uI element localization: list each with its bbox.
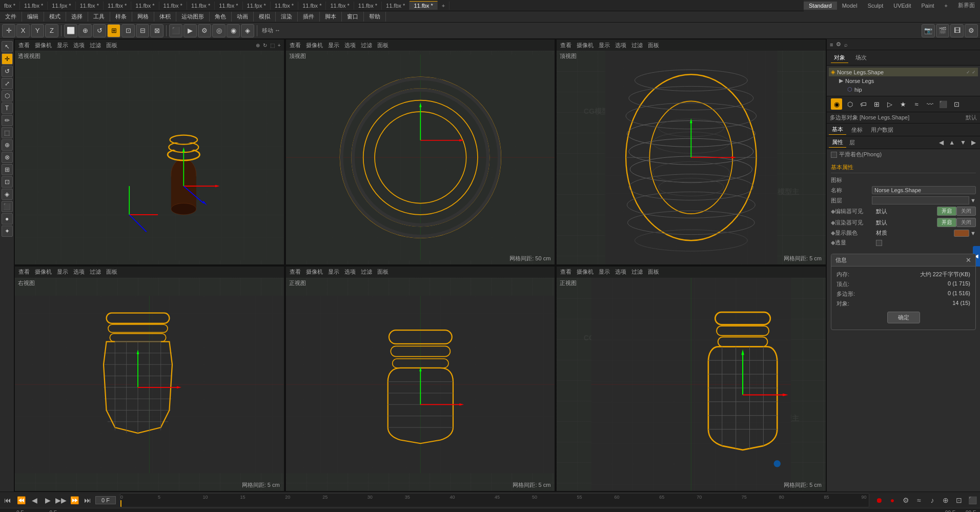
current-frame-input[interactable] — [95, 496, 116, 504]
viewport-perspective[interactable]: 查看 摄像机 显示 选项 过滤 面板 ⊕ ↻ ⬚ + 透视视图 CG模型主 CG… — [14, 39, 284, 265]
nav-back[interactable]: ◀ — [937, 138, 946, 147]
viewport-front-right[interactable]: 查看 摄像机 显示 选项 过滤 面板 顶视图 网格间距: 5 cm CG模型主 … — [556, 39, 826, 265]
rp-icon-material[interactable]: ⬡ — [844, 98, 855, 110]
file-tab-15[interactable]: 11.fbx * — [410, 1, 437, 10]
tl-btn-record[interactable]: ⏮ — [2, 495, 13, 506]
toolbar-select[interactable]: ⬜ — [64, 24, 77, 37]
props-tab-userdata[interactable]: 用户数据 — [868, 125, 896, 135]
vp-top-filter[interactable]: 过滤 — [359, 41, 374, 50]
nav-forward[interactable]: ▶ — [969, 138, 978, 147]
tl-sound-btn[interactable]: ♪ — [927, 495, 938, 506]
vp-fr-view[interactable]: 查看 — [559, 41, 573, 50]
toolbar-render2[interactable]: ▶ — [183, 24, 197, 37]
tool-9[interactable]: ⊕ — [2, 139, 13, 151]
menu-item-16[interactable]: 帮助 — [364, 12, 386, 22]
toolbar-render6[interactable]: ◈ — [241, 24, 254, 37]
tool-10[interactable]: ⊗ — [2, 152, 13, 163]
color-dropdown-arrow[interactable]: ▼ — [970, 230, 976, 236]
nav-down[interactable]: ▼ — [958, 138, 968, 147]
vp-right-panel[interactable]: 面板 — [105, 268, 119, 276]
toolbar-cam1[interactable]: 📷 — [922, 24, 935, 37]
layer-dropdown[interactable] — [872, 196, 969, 204]
vp-top-display[interactable]: 显示 — [326, 41, 341, 50]
rp-icon-cloth[interactable]: ≈ — [911, 98, 922, 110]
menu-item-14[interactable]: 脚本 — [320, 12, 342, 22]
file-tab-3[interactable]: 11.fbx * — [76, 2, 104, 10]
viewport-right[interactable]: 查看 摄像机 显示 选项 过滤 面板 右视图 网格间距: 5 cm CG模型主 … — [14, 266, 284, 492]
vp-fr-display[interactable]: 显示 — [597, 41, 611, 50]
file-tab-16[interactable]: + — [438, 2, 450, 10]
toggle-editor-on[interactable]: 开启 — [937, 207, 956, 216]
toolbar-render3[interactable]: ⚙ — [198, 24, 211, 37]
toolbar-tool1[interactable]: ⊡ — [121, 24, 135, 37]
tool-15[interactable]: ● — [2, 213, 13, 224]
vp-top-panel[interactable]: 面板 — [376, 41, 390, 50]
vp-fr-filter[interactable]: 过滤 — [630, 41, 644, 50]
menu-item-11[interactable]: 模拟 — [254, 12, 276, 22]
vp-top-camera[interactable]: 摄像机 — [304, 41, 324, 50]
file-tab-7[interactable]: 11.fbx * — [187, 2, 215, 10]
vp-btn-camera[interactable]: 摄像机 — [33, 41, 53, 50]
menu-item-12[interactable]: 渲染 — [276, 12, 298, 22]
toolbar-scale[interactable]: ⊞ — [107, 24, 120, 37]
vp-br-filter[interactable]: 过滤 — [630, 268, 644, 276]
tl-btn-next-key[interactable]: ⏩ — [69, 495, 80, 506]
tool-12[interactable]: ⊡ — [2, 176, 13, 188]
rp-icon-search-btn[interactable]: ⌕ — [843, 40, 849, 49]
viewport-top[interactable]: 查看 摄像机 显示 选项 过滤 面板 顶视图 网格间距: 50 cm CG模型主… — [285, 39, 556, 265]
layout-tab-2[interactable]: Sculpt — [863, 2, 889, 10]
vp-top-view[interactable]: 查看 — [288, 41, 302, 50]
tool-14[interactable]: ⬛ — [2, 201, 13, 212]
vp-btn-panel[interactable]: 面板 — [105, 41, 119, 50]
rp-tab-object[interactable]: 对象 — [831, 53, 848, 63]
vp-btn-display[interactable]: 显示 — [55, 41, 70, 50]
viewport-bottom-right[interactable]: 查看 摄像机 显示 选项 过滤 面板 正视图 网格间距: 5 cm CG模型主 … — [556, 266, 826, 492]
menu-item-0[interactable]: 文件 — [0, 12, 22, 22]
vp-br-view[interactable]: 查看 — [559, 268, 573, 276]
viewport-front[interactable]: 查看 摄像机 显示 选项 过滤 面板 正视图 网格间距: 5 cm CG模型主 … — [285, 266, 556, 492]
toolbar-tool3[interactable]: ⊠ — [150, 24, 164, 37]
toolbar-cam4[interactable]: ⚙ — [965, 24, 978, 37]
tool-6[interactable]: T — [2, 103, 13, 114]
toolbar-render1[interactable]: ⬛ — [169, 24, 182, 37]
tool-8[interactable]: ⬚ — [2, 127, 13, 138]
tool-move[interactable]: ✛ — [2, 53, 13, 65]
file-tab-2[interactable]: 11.fpx * — [48, 2, 75, 10]
tool-5[interactable]: ⬡ — [2, 90, 13, 101]
toolbar-tool2[interactable]: ⊟ — [136, 24, 149, 37]
tl-extra1[interactable]: ⊕ — [940, 495, 951, 506]
tool-scale[interactable]: ⤢ — [2, 78, 13, 89]
file-tab-4[interactable]: 11.fbx * — [104, 2, 131, 10]
vp-br-panel[interactable]: 面板 — [646, 268, 661, 276]
tool-7[interactable]: ✏ — [2, 115, 13, 126]
tool-16[interactable]: ✦ — [2, 226, 13, 237]
tl-btn-prev-key[interactable]: ⏪ — [15, 495, 27, 506]
tl-btn-next[interactable]: ▶▶ — [55, 495, 67, 506]
toolbar-move[interactable]: ✛ — [2, 24, 15, 37]
rp-icon-obj[interactable]: ≡ — [829, 40, 834, 49]
vp-right-camera[interactable]: 摄像机 — [33, 268, 53, 276]
vp-ctrl-1[interactable]: ⊕ — [255, 42, 261, 49]
layout-tab-5[interactable]: + — [940, 2, 953, 10]
menu-item-5[interactable]: 样条 — [110, 12, 132, 22]
toolbar-x[interactable]: X — [16, 24, 30, 37]
obj-item-root[interactable]: ◈ Norse Legs.Shape ✓ ✓ — [829, 68, 978, 76]
rp-icon-filter[interactable]: ⚙ — [835, 40, 842, 49]
rp-icon-nodes[interactable]: ⊡ — [951, 98, 962, 110]
timeline-bar[interactable]: 0 5 10 15 20 25 30 35 40 45 50 55 60 65 … — [120, 493, 869, 507]
menu-item-6[interactable]: 网格 — [132, 12, 154, 22]
tl-record-btn[interactable]: ⏺ — [873, 495, 885, 506]
menu-item-13[interactable]: 插件 — [298, 12, 320, 22]
layout-tab-6[interactable]: 新界面 — [953, 1, 980, 10]
vp-ctrl-3[interactable]: ⬚ — [269, 42, 276, 49]
tl-extra2[interactable]: ⊡ — [953, 495, 965, 506]
toggle-editor-off[interactable]: 关闭 — [956, 207, 976, 216]
toggle-render-on[interactable]: 开启 — [937, 218, 956, 227]
file-tab-1[interactable]: 11.fbx * — [20, 2, 48, 10]
tl-btn-play[interactable]: ▶ — [42, 495, 53, 506]
menu-item-15[interactable]: 窗口 — [342, 12, 364, 22]
vp-br-options[interactable]: 选项 — [614, 268, 628, 276]
obj-item-norse-legs[interactable]: ▶ Norse Legs — [837, 76, 978, 85]
file-tab-0[interactable]: fbx * — [0, 2, 20, 10]
vp-fr-camera[interactable]: 摄像机 — [575, 41, 595, 50]
